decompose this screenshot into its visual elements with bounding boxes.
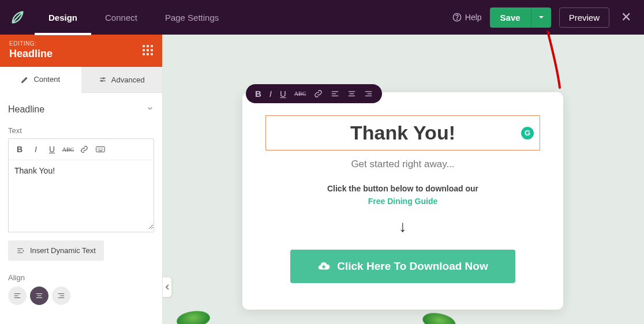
top-bar: Design Connect Page Settings Help Save P… <box>0 0 644 35</box>
align-buttons <box>8 287 154 305</box>
app-logo <box>0 0 35 35</box>
align-center-icon <box>35 292 43 300</box>
align-left-button[interactable] <box>8 287 27 305</box>
subtab-content[interactable]: Content <box>0 67 81 93</box>
instruction-text[interactable]: Click the button below to download our <box>265 184 540 193</box>
tab-page-settings[interactable]: Page Settings <box>151 0 233 35</box>
save-button-group: Save <box>490 7 551 28</box>
float-italic-button[interactable]: I <box>269 89 272 99</box>
float-strike-button[interactable]: ABC <box>294 91 306 97</box>
float-align-right-button[interactable] <box>364 89 373 98</box>
subheading-text[interactable]: Get started right away... <box>265 159 540 170</box>
align-right-icon <box>364 89 373 98</box>
underline-button[interactable]: U <box>44 142 59 156</box>
dynamic-text-icon <box>16 247 24 255</box>
align-center-button[interactable] <box>30 287 48 305</box>
drag-handle-icon[interactable] <box>143 45 153 55</box>
save-button[interactable]: Save <box>490 7 531 28</box>
keyboard-button[interactable] <box>93 142 108 156</box>
chevron-down-icon <box>146 104 154 115</box>
headline-element[interactable]: Thank You! G <box>265 115 540 150</box>
section-title: Headline <box>8 104 44 115</box>
editing-label: EDITING: <box>9 40 53 47</box>
download-cta-button[interactable]: Click Here To Download Now <box>290 250 515 283</box>
link-icon <box>314 89 323 98</box>
float-link-button[interactable] <box>314 89 323 98</box>
link-button[interactable] <box>77 142 92 156</box>
cloud-download-icon <box>317 260 330 273</box>
subtab-advanced-label: Advanced <box>111 76 145 84</box>
italic-button[interactable]: I <box>28 142 43 156</box>
insert-dynamic-text-button[interactable]: Insert Dynamic Text <box>8 240 104 261</box>
svg-rect-4 <box>96 146 105 152</box>
help-label: Help <box>465 13 482 22</box>
topbar-actions: Help Save Preview ✕ <box>452 7 644 28</box>
page-content-card[interactable]: B I U ABC Thank You! G Get started right… <box>242 92 563 310</box>
align-right-button[interactable] <box>52 287 70 305</box>
text-field-label: Text <box>8 126 154 135</box>
down-arrow-icon: ↓ <box>265 217 540 236</box>
link-icon <box>80 145 88 153</box>
caret-down-icon <box>538 14 544 20</box>
preview-button[interactable]: Preview <box>559 7 609 28</box>
insert-dynamic-label: Insert Dynamic Text <box>30 246 96 255</box>
align-left-icon <box>13 292 21 300</box>
editing-header: EDITING: Headline <box>0 35 162 67</box>
help-link[interactable]: Help <box>452 13 482 22</box>
keyboard-icon <box>96 146 105 153</box>
grammarly-badge-icon[interactable]: G <box>521 127 534 140</box>
tab-connect[interactable]: Connect <box>91 0 151 35</box>
decorative-leaf <box>421 310 458 324</box>
floating-text-toolbar: B I U ABC <box>246 84 382 103</box>
sidebar-body: Headline Text B I U ABC Ins <box>0 93 162 324</box>
close-button[interactable]: ✕ <box>617 10 635 25</box>
align-label: Align <box>8 273 154 282</box>
cta-label: Click Here To Download Now <box>337 260 488 273</box>
main-tabs: Design Connect Page Settings <box>35 0 233 35</box>
headline-text-input[interactable] <box>9 160 153 229</box>
align-center-icon <box>347 89 356 98</box>
align-left-icon <box>331 89 339 98</box>
svg-point-2 <box>103 78 104 79</box>
help-icon <box>452 13 462 22</box>
tab-design[interactable]: Design <box>35 0 91 35</box>
float-bold-button[interactable]: B <box>255 89 261 99</box>
subtab-content-label: Content <box>33 75 60 84</box>
float-align-left-button[interactable] <box>331 89 339 98</box>
editing-target: Headline <box>9 48 53 60</box>
float-underline-button[interactable]: U <box>280 89 286 99</box>
svg-point-3 <box>101 80 102 81</box>
chevron-left-icon <box>165 284 170 291</box>
sidebar-subtabs: Content Advanced <box>0 67 162 93</box>
bold-button[interactable]: B <box>12 142 27 156</box>
align-right-icon <box>57 292 65 300</box>
subtab-advanced[interactable]: Advanced <box>81 67 163 92</box>
rich-text-editor: B I U ABC <box>8 138 154 232</box>
headline-text: Thank You! <box>274 122 531 144</box>
sidebar-collapse-handle[interactable] <box>163 277 172 297</box>
guide-link[interactable]: Free Dining Guide <box>265 197 540 206</box>
pencil-icon <box>21 76 29 84</box>
svg-point-1 <box>456 19 457 20</box>
sliders-icon <box>99 76 107 84</box>
editor-toolbar: B I U ABC <box>9 139 153 160</box>
decorative-leaf <box>175 309 211 324</box>
canvas-area[interactable]: B I U ABC Thank You! G Get started right… <box>163 35 644 324</box>
section-headline[interactable]: Headline <box>8 101 154 123</box>
save-dropdown[interactable] <box>531 7 551 28</box>
float-align-center-button[interactable] <box>347 89 356 98</box>
sidebar-panel: EDITING: Headline Content Advanced Headl… <box>0 35 163 324</box>
strikethrough-button[interactable]: ABC <box>61 142 76 156</box>
